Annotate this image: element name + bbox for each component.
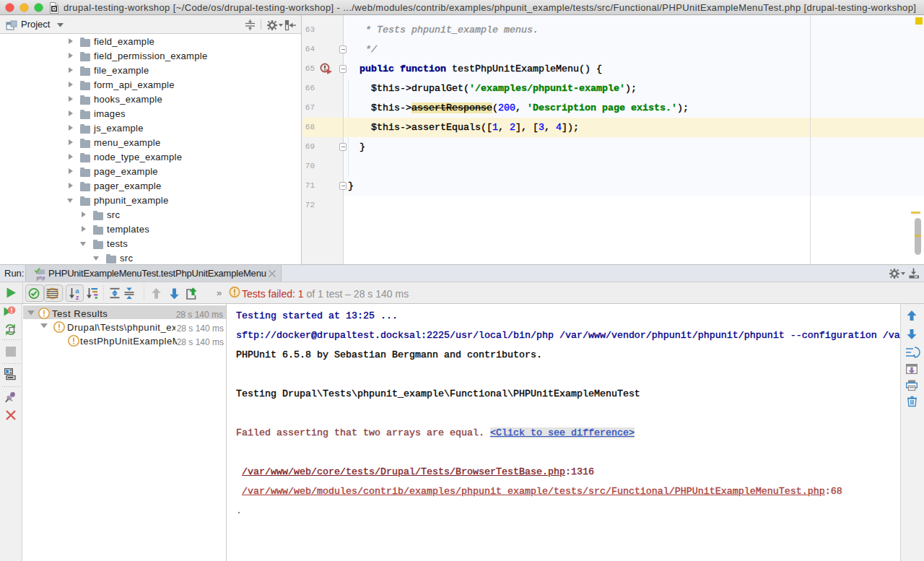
svg-text:php: php [37,275,45,281]
svg-text:z: z [76,293,79,301]
